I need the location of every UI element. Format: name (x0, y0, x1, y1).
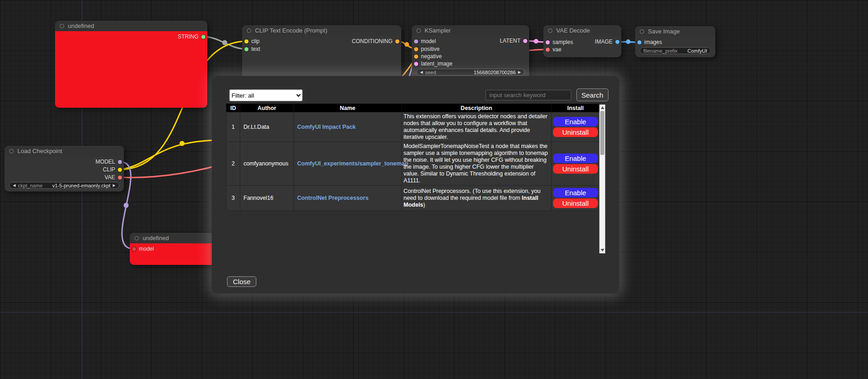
column-header: Author (240, 104, 294, 112)
slot-dot[interactable] (118, 176, 122, 180)
output-slot-string[interactable]: STRING (178, 34, 205, 39)
slot-label: positive (421, 46, 440, 52)
column-header: ID (227, 104, 240, 112)
node-title-bar[interactable]: CLIP Text Encode (Prompt) (242, 25, 401, 36)
slot-dot[interactable] (414, 62, 418, 66)
widget-decrement-icon[interactable]: ◀ (420, 71, 423, 74)
node-title: Load Checkpoint (17, 148, 62, 154)
node-title: VAE Decode (556, 27, 590, 34)
node-undefined-top[interactable]: undefined STRING (55, 21, 207, 108)
slot-dot[interactable] (546, 48, 550, 52)
table-scrollbar[interactable] (599, 104, 605, 253)
enable-button[interactable]: Enable (553, 117, 598, 126)
collapse-dot-icon[interactable] (247, 28, 251, 33)
scrollbar-up-icon[interactable] (600, 105, 605, 110)
extension-link[interactable]: ComfyUI_experiments/sampler_tonemap (297, 160, 408, 167)
collapse-dot-icon[interactable] (60, 24, 64, 28)
slot-dot[interactable] (395, 39, 399, 44)
slot-dot[interactable] (244, 39, 249, 44)
close-button[interactable]: Close (227, 276, 256, 287)
widget-name: filename_prefix (643, 48, 678, 54)
slot-dot[interactable] (118, 160, 122, 164)
cell-description: ModelSamplerTonemapNoiseTest a node that… (402, 142, 552, 186)
node-save-image[interactable]: Save Image images filename_prefix ComfyU… (635, 26, 715, 57)
extension-link[interactable]: ComfyUI Impact Pack (297, 124, 356, 130)
extension-table-body: 1 Dr.Lt.Data ComfyUI Impact Pack This ex… (227, 112, 600, 211)
cell-author: Dr.Lt.Data (240, 112, 294, 142)
uninstall-button[interactable]: Uninstall (553, 164, 598, 174)
input-slot-text[interactable]: text (244, 46, 260, 52)
slot-dot[interactable] (637, 40, 641, 44)
input-slot-positive[interactable]: positive (414, 46, 440, 52)
node-title-bar[interactable]: VAE Decode (543, 25, 621, 36)
slot-dot[interactable] (414, 55, 418, 59)
collapse-dot-icon[interactable] (134, 236, 139, 241)
output-slot-clip[interactable]: CLIP (103, 167, 122, 172)
slot-dot[interactable] (132, 247, 136, 251)
collapse-dot-icon[interactable] (640, 29, 644, 34)
slot-label: samples (553, 39, 573, 45)
collapse-dot-icon[interactable] (416, 28, 421, 33)
widget-prev-icon[interactable]: ◀ (13, 184, 16, 187)
node-title-bar[interactable]: KSampler (412, 25, 529, 36)
widget-name: seed (425, 70, 436, 75)
enable-button[interactable]: Enable (553, 188, 598, 198)
output-slot-model[interactable]: MODEL (95, 159, 122, 165)
extension-manager-dialog: Filter: all Search IDAuthorNameDescripti… (212, 76, 619, 293)
node-title-bar[interactable]: Load Checkpoint (5, 146, 124, 156)
input-slot-latent-image[interactable]: latent_image (414, 61, 453, 66)
ckpt-name-widget[interactable]: ◀ ckpt_name v1-5-pruned-emaonly.ckpt ▶ (9, 182, 119, 189)
search-input[interactable] (486, 90, 571, 100)
slot-dot[interactable] (118, 168, 122, 172)
extension-row: 2 comfyanonymous ComfyUI_experiments/sam… (227, 142, 600, 186)
uninstall-button[interactable]: Uninstall (553, 198, 598, 208)
extension-link[interactable]: ControlNet Preprocessors (297, 195, 369, 201)
slot-dot[interactable] (201, 35, 205, 39)
column-header: Name (294, 104, 402, 112)
collapse-dot-icon[interactable] (548, 28, 553, 33)
node-title: KSampler (425, 27, 451, 34)
extension-table-header-row: IDAuthorNameDescriptionInstall (227, 104, 600, 112)
scrollbar-down-icon[interactable] (600, 247, 605, 253)
slot-dot[interactable] (523, 39, 527, 43)
seed-widget[interactable]: ◀ seed 156680208700286 ▶ (416, 69, 525, 76)
enable-button[interactable]: Enable (553, 154, 598, 163)
node-title-bar[interactable]: undefined (55, 21, 207, 31)
slot-dot[interactable] (546, 40, 550, 44)
slot-label: images (644, 39, 662, 45)
input-slot-model[interactable]: model (132, 246, 154, 252)
input-slot-negative[interactable]: negative (414, 54, 442, 59)
output-slot-vae[interactable]: VAE (105, 175, 122, 180)
scrollbar-thumb[interactable] (600, 111, 604, 155)
output-slot-conditioning[interactable]: CONDITIONING (352, 38, 399, 44)
slot-label: MODEL (95, 159, 115, 165)
output-slot-image[interactable]: IMAGE (595, 39, 619, 44)
widget-increment-icon[interactable]: ▶ (518, 71, 521, 74)
input-slot-samples[interactable]: samples (546, 39, 573, 45)
widget-next-icon[interactable]: ▶ (113, 184, 116, 187)
slot-dot[interactable] (414, 47, 418, 51)
node-title-bar[interactable]: Save Image (635, 26, 715, 37)
input-slot-clip[interactable]: clip (244, 38, 260, 44)
slot-label: STRING (178, 33, 199, 40)
cell-author: Fannovel16 (240, 186, 294, 211)
cell-description: ControlNet Preprocessors. (To use this e… (402, 186, 552, 211)
slot-dot[interactable] (414, 39, 418, 44)
filter-dropdown[interactable]: Filter: all (229, 89, 303, 101)
widget-value: ComfyUI (687, 48, 707, 54)
input-slot-vae[interactable]: vae (546, 47, 561, 52)
cell-install: Enable Uninstall (552, 112, 600, 142)
output-slot-latent[interactable]: LATENT (500, 38, 527, 44)
slot-dot[interactable] (244, 47, 249, 51)
input-slot-images[interactable]: images (637, 39, 662, 45)
node-vae-decode[interactable]: VAE Decode samples vae IMAGE (543, 25, 621, 57)
collapse-dot-icon[interactable] (9, 149, 14, 154)
node-load-checkpoint[interactable]: Load Checkpoint MODEL CLIP VAE ◀ ckpt_na… (5, 146, 124, 192)
uninstall-button[interactable]: Uninstall (553, 127, 598, 137)
input-slot-model[interactable]: model (414, 38, 436, 44)
slot-dot[interactable] (615, 40, 619, 44)
search-button[interactable]: Search (576, 88, 608, 101)
slot-label: negative (421, 53, 442, 60)
filename-prefix-widget[interactable]: filename_prefix ComfyUI (640, 47, 711, 54)
extension-row: 1 Dr.Lt.Data ComfyUI Impact Pack This ex… (227, 112, 600, 142)
